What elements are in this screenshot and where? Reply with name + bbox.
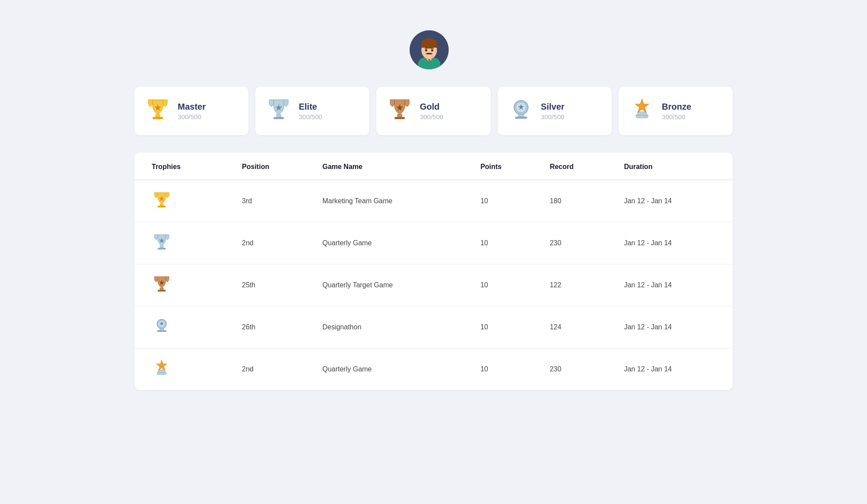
avatar	[410, 30, 449, 69]
table-row: 2nd Quarterly Game 10 230 Jan 12 - Jan 1…	[134, 222, 733, 264]
cell-trophy-0	[134, 180, 233, 222]
col-header-points: Points	[472, 153, 541, 180]
svg-rect-33	[160, 288, 163, 290]
col-header-duration: Duration	[615, 153, 733, 180]
svg-rect-10	[156, 114, 160, 117]
cell-trophy-1	[134, 222, 233, 264]
svg-rect-22	[515, 117, 527, 119]
cell-trophy-4	[134, 348, 233, 390]
col-header-position: Position	[233, 153, 314, 180]
master-card-info: Master 300/500	[178, 102, 205, 120]
cell-record-2: 122	[541, 264, 615, 306]
elite-trophy-icon	[266, 96, 292, 126]
row-trophy-icon-0	[152, 194, 172, 213]
cell-record-4: 230	[541, 348, 615, 390]
row-trophy-icon-4	[152, 362, 172, 381]
svg-marker-43	[156, 360, 167, 371]
svg-rect-16	[398, 114, 402, 117]
svg-rect-28	[158, 206, 166, 208]
row-trophy-icon-3	[152, 320, 172, 339]
cell-duration-2: Jan 12 - Jan 14	[615, 264, 733, 306]
table-section: TrophiesPositionGame NamePointsRecordDur…	[134, 153, 733, 390]
cell-points-3: 10	[472, 306, 541, 348]
trophy-card-master: Master 300/500	[134, 87, 248, 135]
gold-card-info: Gold 300/500	[420, 102, 443, 120]
trophy-card-bronze: Bronze 300/500	[619, 87, 733, 135]
cell-duration-0: Jan 12 - Jan 14	[615, 180, 733, 222]
svg-rect-38	[160, 328, 163, 330]
svg-rect-34	[158, 290, 166, 292]
cell-duration-4: Jan 12 - Jan 14	[615, 348, 733, 390]
elite-card-score: 300/500	[299, 113, 322, 120]
table-body: 3rd Marketing Team Game 10 180 Jan 12 - …	[134, 180, 733, 390]
cell-points-1: 10	[472, 222, 541, 264]
page-wrapper: Master 300/500 Elite 300/500 Gold 300/50…	[108, 0, 759, 407]
silver-card-score: 300/500	[541, 113, 564, 120]
bronze-card-score: 300/500	[662, 113, 691, 120]
table-row: 3rd Marketing Team Game 10 180 Jan 12 - …	[134, 180, 733, 222]
cell-trophy-2	[134, 264, 233, 306]
silver-card-info: Silver 300/500	[541, 102, 564, 120]
col-header-record: Record	[541, 153, 615, 180]
cell-gamename-4: Quarterly Game	[314, 348, 472, 390]
cell-points-0: 10	[472, 180, 541, 222]
row-trophy-icon-1	[152, 236, 172, 255]
cell-position-4: 2nd	[233, 348, 314, 390]
gold-card-label: Gold	[420, 102, 443, 112]
master-card-label: Master	[178, 102, 205, 112]
svg-rect-27	[160, 204, 163, 206]
cell-gamename-3: Designathon	[314, 306, 472, 348]
table-row: 26th Designathon 10 124 Jan 12 - Jan 14	[134, 306, 733, 348]
gold-trophy-icon	[387, 96, 413, 126]
svg-point-8	[425, 49, 427, 52]
svg-rect-25	[638, 112, 646, 115]
silver-card-label: Silver	[541, 102, 564, 112]
table-header-row: TrophiesPositionGame NamePointsRecordDur…	[134, 153, 733, 180]
cell-points-4: 10	[472, 348, 541, 390]
svg-rect-31	[158, 248, 166, 250]
trophy-card-silver: Silver 300/500	[498, 87, 612, 135]
cell-gamename-0: Marketing Team Game	[314, 180, 472, 222]
cell-position-0: 3rd	[233, 180, 314, 222]
svg-marker-26	[635, 99, 649, 113]
bronze-card-label: Bronze	[662, 102, 691, 112]
svg-rect-42	[158, 370, 165, 373]
master-trophy-icon	[145, 96, 171, 126]
bronze-trophy-icon	[629, 96, 655, 126]
svg-rect-11	[153, 117, 163, 119]
svg-rect-21	[518, 114, 524, 117]
master-card-score: 300/500	[178, 113, 205, 120]
svg-rect-6	[421, 43, 425, 48]
silver-trophy-icon	[508, 96, 534, 126]
data-table: TrophiesPositionGame NamePointsRecordDur…	[134, 153, 733, 390]
cell-position-3: 26th	[233, 306, 314, 348]
cell-gamename-2: Quarterly Target Game	[314, 264, 472, 306]
elite-card-label: Elite	[299, 102, 322, 112]
cell-position-2: 25th	[233, 264, 314, 306]
cell-gamename-1: Quarterly Game	[314, 222, 472, 264]
profile-section	[134, 17, 733, 87]
trophy-card-elite: Elite 300/500	[255, 87, 369, 135]
cell-record-1: 230	[541, 222, 615, 264]
cell-record-3: 124	[541, 306, 615, 348]
table-row: 25th Quarterly Target Game 10 122 Jan 12…	[134, 264, 733, 306]
cell-position-1: 2nd	[233, 222, 314, 264]
cell-record-0: 180	[541, 180, 615, 222]
trophy-card-gold: Gold 300/500	[376, 87, 490, 135]
svg-rect-39	[157, 330, 166, 332]
row-trophy-icon-2	[152, 278, 172, 297]
col-header-game-name: Game Name	[314, 153, 472, 180]
cell-trophy-3	[134, 306, 233, 348]
svg-rect-17	[394, 117, 405, 119]
cell-points-2: 10	[472, 264, 541, 306]
gold-card-score: 300/500	[420, 113, 443, 120]
elite-card-info: Elite 300/500	[299, 102, 322, 120]
svg-rect-7	[434, 43, 437, 48]
svg-point-9	[431, 49, 434, 52]
cell-duration-3: Jan 12 - Jan 14	[615, 306, 733, 348]
table-row: 2nd Quarterly Game 10 230 Jan 12 - Jan 1…	[134, 348, 733, 390]
svg-rect-13	[277, 114, 281, 117]
cell-duration-1: Jan 12 - Jan 14	[615, 222, 733, 264]
svg-rect-14	[274, 117, 284, 119]
svg-rect-30	[160, 246, 163, 248]
